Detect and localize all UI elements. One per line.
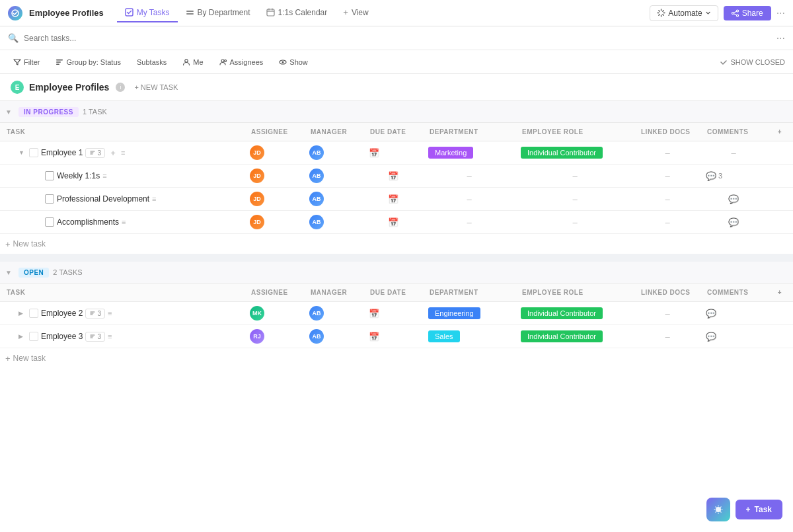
assignee-cell-profdev: JD xyxy=(245,188,304,211)
tab-by-department[interactable]: By Department xyxy=(178,3,258,22)
plus-cell-emp1 xyxy=(767,141,793,165)
col-header-plus-2[interactable]: + xyxy=(767,284,793,302)
svg-point-5 xyxy=(736,10,738,12)
expand-emp3-icon[interactable]: ▶ xyxy=(19,333,26,340)
more-dots-icon[interactable]: ··· xyxy=(776,32,785,44)
collapse-in-progress-icon[interactable]: ▼ xyxy=(5,108,15,116)
subtask-count-emp2[interactable]: 3 xyxy=(85,309,105,319)
status-badge-in-progress[interactable]: IN PROGRESS xyxy=(19,107,79,117)
new-task-header-button[interactable]: + NEW TASK xyxy=(130,82,182,93)
col-header-task-2: TASK xyxy=(0,284,245,302)
nav-tabs: My Tasks By Department 1:1s Calendar + V… xyxy=(117,3,377,22)
task-name-cell-profdev: Professional Development ≡ xyxy=(0,188,245,211)
add-subtask-emp1[interactable]: + xyxy=(108,147,118,158)
svg-point-12 xyxy=(221,59,224,62)
tab-my-tasks[interactable]: My Tasks xyxy=(117,3,178,22)
manager-cell-emp3: AB xyxy=(304,325,363,348)
comment-icon-weekly[interactable]: 💬 xyxy=(706,171,716,181)
person-icon xyxy=(182,58,190,66)
docs-cell-weekly: – xyxy=(634,165,700,188)
new-task-row-in-progress: + New task xyxy=(0,234,793,254)
duedate-cell-accomplishments: 📅 xyxy=(363,211,423,234)
task-checkbox-profdev[interactable] xyxy=(45,194,54,204)
avatar-emp2-manager: AB xyxy=(309,306,324,321)
comments-cell-emp2: 💬 xyxy=(700,302,767,325)
project-header: E Employee Profiles i + NEW TASK xyxy=(0,74,793,101)
add-task-in-progress-button[interactable]: + New task xyxy=(0,234,793,254)
open-count: 2 TASKS xyxy=(53,268,82,276)
task-checkbox-weekly[interactable] xyxy=(45,171,54,180)
status-row-in-progress: ▼ IN PROGRESS 1 TASK xyxy=(0,101,793,123)
task-actions-emp2[interactable]: ≡ xyxy=(108,309,112,317)
duedate-cell-profdev: 📅 xyxy=(363,188,423,211)
calendar-icon-emp1[interactable]: 📅 xyxy=(369,148,379,158)
comment-icon-accomplishments[interactable]: 💬 xyxy=(728,217,739,227)
expand-emp2-icon[interactable]: ▶ xyxy=(19,310,26,317)
manager-cell-profdev: AB xyxy=(304,188,363,211)
table-row: Accomplishments ≡ JD AB 📅 – – – 💬 xyxy=(0,211,793,234)
filter-button[interactable]: Filter xyxy=(8,56,45,68)
task-checkbox-emp3[interactable] xyxy=(29,332,38,341)
expand-emp1-icon[interactable]: ▼ xyxy=(19,149,26,156)
docs-cell-emp1: – xyxy=(634,141,700,165)
task-checkbox-accomplishments[interactable] xyxy=(45,217,54,227)
avatar-accomplishments-assignee: JD xyxy=(250,215,264,229)
comments-cell-accomplishments: 💬 xyxy=(700,211,767,234)
col-header-plus-1[interactable]: + xyxy=(767,123,793,141)
role-cell-profdev: – xyxy=(515,188,634,211)
duedate-cell-weekly: 📅 xyxy=(363,165,423,188)
comment-icon-profdev[interactable]: 💬 xyxy=(728,194,739,204)
task-actions-emp3[interactable]: ≡ xyxy=(108,332,112,340)
subtask-count-emp1[interactable]: 3 xyxy=(85,148,105,158)
calendar-icon-emp3[interactable]: 📅 xyxy=(369,332,379,342)
task-checkbox-emp2[interactable] xyxy=(29,309,38,318)
subtask-icon-3 xyxy=(89,333,96,340)
task-actions-emp1[interactable]: ≡ xyxy=(121,149,125,157)
show-button[interactable]: Show xyxy=(274,56,313,68)
search-input[interactable] xyxy=(24,34,771,43)
tab-view[interactable]: + View xyxy=(335,3,376,22)
comments-cell-emp3: 💬 xyxy=(700,325,767,348)
task-actions-accomplishments[interactable]: ≡ xyxy=(122,218,126,226)
task-actions-profdev[interactable]: ≡ xyxy=(152,195,156,203)
info-badge[interactable]: i xyxy=(116,83,125,92)
task-checkbox-emp1[interactable] xyxy=(29,148,38,157)
avatar-profdev-assignee: JD xyxy=(250,192,264,206)
add-task-open-button[interactable]: + New task xyxy=(0,348,793,368)
calendar-icon-weekly[interactable]: 📅 xyxy=(388,171,398,181)
me-button[interactable]: Me xyxy=(177,56,208,68)
more-options-icon[interactable]: ··· xyxy=(776,7,785,19)
docs-cell-profdev: – xyxy=(634,188,700,211)
status-badge-open[interactable]: OPEN xyxy=(19,268,49,278)
search-icon: 🔍 xyxy=(8,33,19,43)
plus-cell-profdev xyxy=(767,188,793,211)
plus-cell-emp2 xyxy=(767,302,793,325)
avatar-accomplishments-manager: AB xyxy=(309,215,324,229)
group-by-button[interactable]: Group by: Status xyxy=(50,56,126,68)
role-cell-emp2: Individual Contributor xyxy=(515,302,634,325)
assignees-button[interactable]: Assignees xyxy=(214,56,269,68)
subtasks-button[interactable]: Subtasks xyxy=(132,56,172,68)
comment-icon-emp2[interactable]: 💬 xyxy=(706,309,716,319)
role-pill-emp1: Individual Contributor xyxy=(521,147,603,159)
task-name-cell-weekly: Weekly 1:1s ≡ xyxy=(0,165,245,188)
automate-button[interactable]: Automate xyxy=(650,5,718,21)
svg-point-6 xyxy=(736,15,738,17)
collapse-open-icon[interactable]: ▼ xyxy=(5,269,15,276)
role-cell-emp1: Individual Contributor xyxy=(515,141,634,165)
docs-cell-emp2: – xyxy=(634,302,700,325)
calendar-icon-emp2[interactable]: 📅 xyxy=(369,309,379,319)
comment-icon-emp3[interactable]: 💬 xyxy=(706,332,716,342)
avatar-emp3-manager: AB xyxy=(309,329,324,344)
calendar-icon-profdev[interactable]: 📅 xyxy=(388,194,398,204)
svg-point-13 xyxy=(224,59,226,61)
tab-calendar[interactable]: 1:1s Calendar xyxy=(258,3,336,22)
avatar-emp1-manager: AB xyxy=(309,145,324,160)
calendar-icon-accomplishments[interactable]: 📅 xyxy=(388,217,398,227)
dept-cell-profdev: – xyxy=(423,188,515,211)
filter-bar-right: SHOW CLOSED xyxy=(720,58,785,66)
share-button[interactable]: Share xyxy=(724,6,771,20)
show-closed-button[interactable]: SHOW CLOSED xyxy=(720,58,785,66)
task-actions-weekly[interactable]: ≡ xyxy=(102,172,106,180)
subtask-count-emp3[interactable]: 3 xyxy=(85,332,105,342)
